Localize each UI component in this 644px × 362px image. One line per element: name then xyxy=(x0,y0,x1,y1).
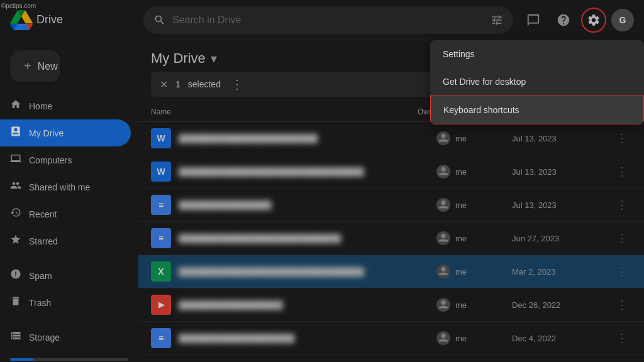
settings-dropdown: Settings Get Drive for desktop Keyboard … xyxy=(430,40,644,124)
watermark: ©pctips.com xyxy=(1,3,36,9)
dropdown-item-desktop[interactable]: Get Drive for desktop xyxy=(430,68,644,96)
dropdown-item-keyboard-shortcuts[interactable]: Keyboard shortcuts xyxy=(430,96,644,124)
dropdown-item-settings[interactable]: Settings xyxy=(430,40,644,68)
